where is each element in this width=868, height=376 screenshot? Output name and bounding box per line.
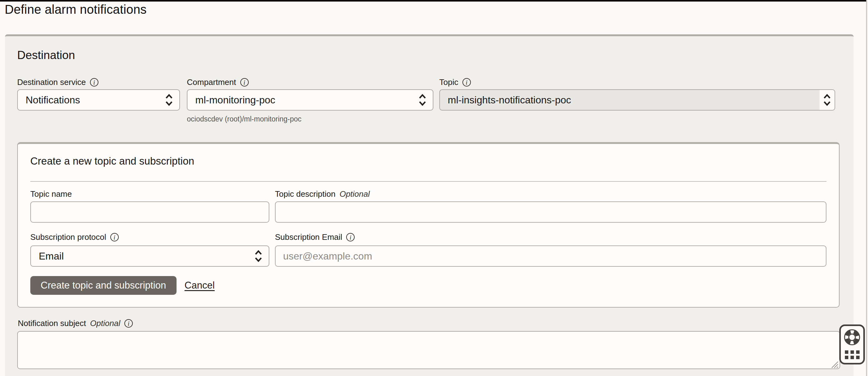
- window-top-bar: [0, 0, 866, 2]
- topic-label: Topic i: [439, 77, 471, 88]
- help-life-buoy-icon[interactable]: [843, 328, 861, 346]
- destination-service-value: Notifications: [26, 94, 161, 106]
- right-edge-strip: [866, 0, 868, 376]
- topic-description-label-text: Topic description: [275, 189, 336, 199]
- chevron-up-down-icon: [251, 246, 266, 266]
- help-launcher-widget: [839, 324, 865, 365]
- topic-description-label: Topic description Optional: [275, 189, 370, 199]
- subscription-email-label-text: Subscription Email: [275, 232, 342, 242]
- topic-label-text: Topic: [439, 77, 458, 87]
- chevron-up-down-icon: [819, 90, 835, 110]
- card-divider: [30, 181, 827, 182]
- destination-service-label-text: Destination service: [17, 77, 86, 87]
- subscription-email-label: Subscription Email i: [275, 232, 354, 242]
- create-topic-and-subscription-button[interactable]: Create topic and subscription: [30, 276, 177, 295]
- compartment-label-text: Compartment: [187, 77, 236, 87]
- create-topic-card: Create a new topic and subscription Topi…: [17, 142, 840, 308]
- info-icon[interactable]: i: [90, 78, 98, 87]
- destination-panel: Destination Destination service i Compar…: [5, 34, 854, 376]
- info-icon[interactable]: i: [240, 78, 249, 87]
- chevron-up-down-icon: [161, 90, 177, 110]
- subscription-protocol-label: Subscription protocol i: [30, 232, 119, 242]
- topic-select[interactable]: ml-insights-notifications-poc: [439, 89, 835, 111]
- cancel-link[interactable]: Cancel: [185, 280, 215, 291]
- info-icon[interactable]: i: [110, 233, 119, 242]
- notification-subject-label: Notification subject Optional i: [18, 318, 133, 328]
- card-actions: Create topic and subscription Cancel: [30, 276, 215, 295]
- topic-name-label-text: Topic name: [30, 189, 72, 199]
- chevron-up-down-icon: [415, 90, 430, 110]
- compartment-label: Compartment i: [187, 77, 249, 88]
- subscription-email-input[interactable]: [275, 246, 827, 267]
- textarea-resize-handle-icon[interactable]: [828, 358, 839, 369]
- topic-description-input[interactable]: [275, 201, 827, 223]
- compartment-hint: ociodscdev (root)/ml-monitoring-poc: [187, 115, 302, 123]
- notification-subject-textarea[interactable]: [17, 331, 840, 369]
- subscription-protocol-value: Email: [39, 250, 251, 262]
- info-icon[interactable]: i: [346, 233, 354, 242]
- topic-name-label: Topic name: [30, 189, 72, 199]
- grid-dots: [845, 350, 860, 359]
- compartment-value: ml-monitoring-poc: [195, 94, 415, 106]
- launcher-grid-icon[interactable]: [845, 350, 860, 359]
- subscription-protocol-label-text: Subscription protocol: [30, 232, 106, 242]
- optional-tag: Optional: [340, 189, 370, 199]
- destination-service-label: Destination service i: [17, 77, 98, 88]
- info-icon[interactable]: i: [462, 78, 471, 87]
- info-icon[interactable]: i: [124, 319, 133, 327]
- create-topic-heading: Create a new topic and subscription: [30, 155, 194, 167]
- compartment-select[interactable]: ml-monitoring-poc: [187, 89, 433, 111]
- optional-tag: Optional: [90, 318, 120, 328]
- topic-value: ml-insights-notifications-poc: [448, 94, 819, 106]
- subscription-protocol-select[interactable]: Email: [30, 246, 269, 267]
- destination-heading: Destination: [17, 49, 75, 62]
- topic-name-input[interactable]: [30, 201, 269, 223]
- destination-service-select[interactable]: Notifications: [17, 89, 180, 111]
- page-title: Define alarm notifications: [5, 2, 147, 17]
- notification-subject-label-text: Notification subject: [18, 318, 86, 328]
